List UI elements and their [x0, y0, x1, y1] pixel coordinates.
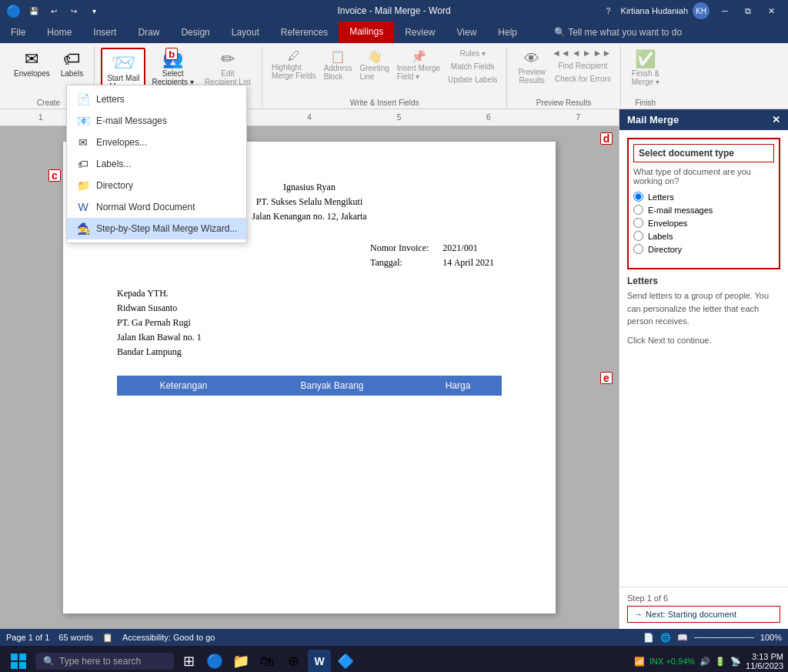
insert-merge-field-btn[interactable]: 📌 Insert MergeField ▾	[394, 48, 443, 82]
radio-envelopes[interactable]: Envelopes	[633, 218, 774, 228]
redo-qat[interactable]: ↪	[66, 3, 82, 18]
radio-directory-input[interactable]	[633, 244, 643, 254]
more-qat[interactable]: ▾	[86, 3, 102, 18]
chrome-icon[interactable]: ⊕	[282, 650, 305, 672]
radio-letters[interactable]: Letters	[633, 192, 774, 202]
next-btn[interactable]: ►►	[593, 48, 612, 59]
tab-view[interactable]: View	[446, 22, 488, 43]
tab-references[interactable]: References	[270, 22, 339, 43]
next1-btn[interactable]: ►	[583, 48, 592, 59]
radio-directory[interactable]: Directory	[633, 244, 774, 254]
dropdown-directory[interactable]: 📁 Directory	[67, 175, 246, 196]
sys-tray: 📶 INX +0.94% 🔊 🔋 📡	[634, 657, 741, 667]
match-fields-btn[interactable]: Match Fields	[445, 61, 501, 72]
tab-home[interactable]: Home	[36, 22, 82, 43]
tab-layout[interactable]: Layout	[221, 22, 270, 43]
edge-icon[interactable]: 🔵	[203, 650, 226, 672]
col-banyak: Banyak Barang	[250, 376, 414, 396]
dropdown-normal-word[interactable]: W Normal Word Document	[67, 196, 246, 218]
letters-menu-label: Letters	[96, 94, 125, 105]
tab-review[interactable]: Review	[394, 22, 446, 43]
dropdown-labels[interactable]: 🏷 Labels...	[67, 153, 246, 175]
radio-letters-input[interactable]	[633, 192, 643, 202]
view-web-icon[interactable]: 🌐	[660, 633, 671, 643]
preview-results-btn[interactable]: 👁 PreviewResults	[513, 48, 550, 88]
view-print-icon[interactable]: 📄	[643, 633, 654, 643]
clock: 3:13 PM 11/6/2023	[746, 652, 783, 670]
callout-c: c	[48, 169, 61, 182]
normal-word-icon: W	[76, 200, 90, 214]
find-recipient-btn[interactable]: Find Recipient	[552, 60, 614, 72]
app-icon[interactable]: 🔷	[334, 650, 357, 672]
zoom-slider[interactable]: ──────────	[694, 633, 754, 642]
address-block-btn[interactable]: 📋 AddressBlock	[321, 48, 356, 82]
word-icon: 🔵	[6, 3, 22, 18]
dropdown-wizard[interactable]: 🧙 Step-by-Step Mail Merge Wizard...	[67, 218, 246, 239]
radio-envelopes-input[interactable]	[633, 218, 643, 228]
prev-btn[interactable]: ◄◄	[552, 48, 570, 59]
radio-labels-input[interactable]	[633, 231, 643, 241]
greeting-icon: 👋	[367, 49, 382, 64]
select-document-type-section: Select document type What type of docume…	[627, 138, 780, 269]
greeting-line-btn[interactable]: 👋 GreetingLine	[356, 48, 392, 82]
search-icon: 🔍	[43, 656, 55, 667]
start-mail-merge-dropdown: 📄 Letters 📧 E-mail Messages ✉ Envelopes.…	[66, 85, 247, 243]
nomor-value: 2021/001	[436, 242, 500, 255]
start-btn[interactable]	[5, 647, 32, 672]
taskbar: 🔍 Type here to search ⊞ 🔵 📁 🛍 ⊕ W 🔷 📶 IN…	[0, 646, 788, 672]
wifi-icon: 📡	[730, 657, 741, 667]
tab-file[interactable]: File	[0, 22, 36, 43]
greeting-label: GreetingLine	[359, 64, 389, 81]
dropdown-email[interactable]: 📧 E-mail Messages	[67, 110, 246, 132]
dropdown-envelopes[interactable]: ✉ Envelopes...	[67, 132, 246, 153]
finish-merge-btn[interactable]: ✅ Finish &Merge ▾	[627, 48, 664, 89]
task-view-btn[interactable]: ⊞	[177, 650, 200, 672]
accessibility-info: Accessibility: Good to go	[122, 633, 215, 642]
tab-insert[interactable]: Insert	[82, 22, 127, 43]
taskbar-search[interactable]: 🔍 Type here to search	[35, 653, 174, 670]
envelopes-btn[interactable]: ✉ Envelopes	[9, 48, 55, 81]
ruler-6: 6	[486, 113, 491, 122]
labels-btn[interactable]: 🏷 Labels	[56, 48, 88, 81]
radio-email-input[interactable]	[633, 205, 643, 215]
write-insert-group-label: Write & Insert Fields	[350, 97, 419, 107]
labels-menu-label: Labels...	[96, 159, 131, 169]
tab-draw[interactable]: Draw	[127, 22, 170, 43]
tab-help[interactable]: Help	[487, 22, 528, 43]
edit-recipient-list-btn[interactable]: ✏ EditRecipient List	[200, 48, 255, 89]
mm-panel-header: Mail Merge ✕	[619, 109, 788, 130]
undo-qat[interactable]: ↩	[46, 3, 62, 18]
help-icon[interactable]: ?	[601, 3, 616, 18]
match-fields-label: Match Fields	[451, 62, 495, 71]
minimize-btn[interactable]: ─	[714, 3, 736, 18]
nav-group: ◄◄ ◄ ► ►► Find Recipient Check for Error…	[552, 48, 614, 85]
radio-email[interactable]: E-mail messages	[633, 205, 774, 215]
close-btn[interactable]: ✕	[760, 3, 782, 18]
rules-btn[interactable]: Rules ▾	[445, 48, 501, 59]
view-read-icon[interactable]: 📖	[677, 633, 688, 643]
mm-next-btn[interactable]: → Next: Starting document	[627, 606, 780, 623]
title-bar: 🔵 💾 ↩ ↪ ▾ Invoice - Mail Merge - Word ? …	[0, 0, 788, 22]
dropdown-letters[interactable]: 📄 Letters	[67, 89, 246, 110]
tab-mailings[interactable]: Mailings	[339, 22, 394, 43]
check-errors-btn[interactable]: Check for Errors	[552, 73, 614, 85]
update-labels-btn[interactable]: Update Labels	[445, 74, 501, 85]
save-qat[interactable]: 💾	[26, 3, 42, 18]
wizard-icon: 🧙	[76, 222, 90, 236]
store-icon[interactable]: 🛍	[255, 650, 279, 672]
file-explorer-icon[interactable]: 📁	[229, 650, 252, 672]
word-taskbar-icon[interactable]: W	[308, 650, 331, 672]
user-avatar: KH	[693, 2, 710, 19]
svg-rect-0	[11, 654, 18, 660]
radio-labels[interactable]: Labels	[633, 231, 774, 241]
mm-letters-desc-text: Send letters to a group of people. You c…	[627, 291, 769, 326]
doc-table-wrapper: Keterangan Banyak Barang Harga	[117, 376, 502, 396]
highlight-merge-fields-btn[interactable]: 🖊 HighlightMerge Fields	[269, 48, 319, 82]
prev1-btn[interactable]: ◄	[572, 48, 581, 59]
tab-design[interactable]: Design	[170, 22, 220, 43]
tell-me[interactable]: 🔍 Tell me what you want to do	[543, 22, 693, 43]
stock-info: INX +0.94%	[649, 657, 695, 666]
mm-panel-close[interactable]: ✕	[772, 114, 780, 125]
recipient-address1: Jalan Ikan Bawal no. 1	[117, 330, 502, 345]
restore-btn[interactable]: ⧉	[737, 3, 759, 18]
